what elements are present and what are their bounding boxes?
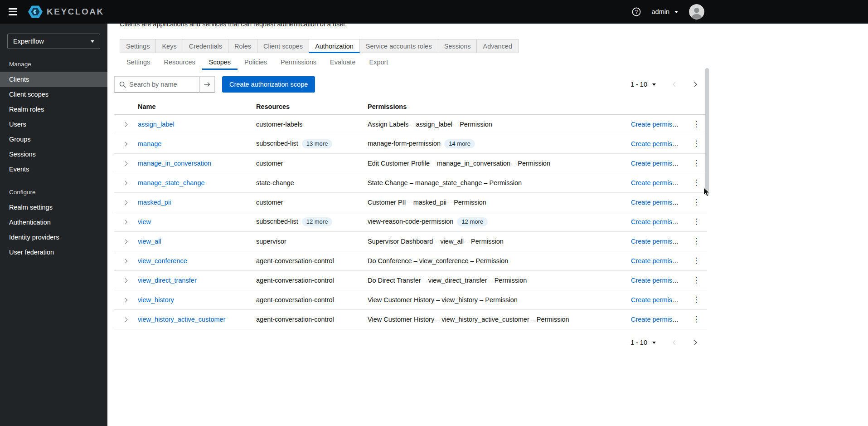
scope-name-link[interactable]: view_history <box>138 296 174 304</box>
sidebar-item-authentication[interactable]: Authentication <box>0 215 107 230</box>
help-icon[interactable]: ? <box>632 7 641 16</box>
chevron-right-icon <box>123 161 128 166</box>
tab-service-accounts-roles[interactable]: Service accounts roles <box>360 39 438 53</box>
subtab-scopes[interactable]: Scopes <box>202 55 238 70</box>
sidebar-item-users[interactable]: Users <box>0 117 107 132</box>
row-kebab-menu[interactable]: ⋮ <box>685 115 707 134</box>
row-kebab-menu[interactable]: ⋮ <box>685 310 707 329</box>
subtab-resources[interactable]: Resources <box>157 55 202 70</box>
sidebar-item-realm-roles[interactable]: Realm roles <box>0 102 107 117</box>
create-permission-link[interactable]: Create permission <box>631 257 684 264</box>
scope-name-link[interactable]: manage_state_change <box>138 179 205 186</box>
sidebar-item-clients[interactable]: Clients <box>0 72 107 87</box>
row-expand-button[interactable] <box>114 154 138 173</box>
sidebar-item-groups[interactable]: Groups <box>0 132 107 147</box>
tab-credentials[interactable]: Credentials <box>183 39 228 53</box>
row-kebab-menu[interactable]: ⋮ <box>685 232 707 251</box>
row-expand-button[interactable] <box>114 271 138 290</box>
create-permission-link[interactable]: Create permission <box>631 296 684 304</box>
row-expand-button[interactable] <box>114 134 138 153</box>
sidebar-item-events[interactable]: Events <box>0 162 107 177</box>
scope-name-link[interactable]: view <box>138 218 151 225</box>
row-kebab-menu[interactable]: ⋮ <box>685 134 707 153</box>
sidebar-item-realm-settings[interactable]: Realm settings <box>0 200 107 215</box>
subtab-settings[interactable]: Settings <box>120 55 157 70</box>
row-expand-button[interactable] <box>114 310 138 329</box>
create-permission-link[interactable]: Create permission <box>631 238 684 245</box>
resource-label: agent-conversation-control <box>256 316 334 323</box>
search-group <box>114 76 215 93</box>
avatar[interactable] <box>689 4 704 20</box>
pagination-prev-button[interactable] <box>669 338 679 348</box>
subtab-evaluate[interactable]: Evaluate <box>323 55 362 70</box>
pagination-range-label: 1 - 10 <box>630 339 647 346</box>
search-input[interactable] <box>115 77 199 92</box>
row-expand-button[interactable] <box>114 193 138 212</box>
resource-label: agent-conversation-control <box>256 257 334 264</box>
scope-name-link[interactable]: view_conference <box>138 257 187 264</box>
nav-toggle-button[interactable] <box>3 0 23 24</box>
subtab-policies[interactable]: Policies <box>238 55 274 70</box>
tab-settings[interactable]: Settings <box>120 39 156 53</box>
row-kebab-menu[interactable]: ⋮ <box>685 193 707 212</box>
tab-authorization[interactable]: Authorization <box>309 39 360 53</box>
tab-roles[interactable]: Roles <box>228 39 257 53</box>
permission-cell: Do Conference – view_conference – Permis… <box>368 257 631 264</box>
row-kebab-menu[interactable]: ⋮ <box>685 173 707 192</box>
sidebar-item-identity-providers[interactable]: Identity providers <box>0 230 107 245</box>
row-expand-button[interactable] <box>114 212 138 231</box>
sidebar-item-sessions[interactable]: Sessions <box>0 147 107 162</box>
row-kebab-menu[interactable]: ⋮ <box>685 212 707 231</box>
scope-name-link[interactable]: view_all <box>138 238 161 245</box>
row-kebab-menu[interactable]: ⋮ <box>685 271 707 290</box>
permission-label: manage-form-permission <box>368 140 441 147</box>
row-expand-button[interactable] <box>114 290 138 309</box>
create-permission-link[interactable]: Create permission <box>631 316 684 323</box>
realm-selector[interactable]: Expertflow <box>7 34 100 49</box>
tab-client-scopes[interactable]: Client scopes <box>257 39 309 53</box>
pagination-next-button[interactable] <box>690 338 700 348</box>
create-permission-link[interactable]: Create permission <box>631 179 684 186</box>
sidebar-item-user-federation[interactable]: User federation <box>0 245 107 260</box>
row-kebab-menu[interactable]: ⋮ <box>685 154 707 173</box>
scope-name-link[interactable]: view_direct_transfer <box>138 277 197 284</box>
row-expand-button[interactable] <box>114 251 138 270</box>
create-permission-link[interactable]: Create permission <box>631 160 684 167</box>
row-kebab-menu[interactable]: ⋮ <box>685 251 707 270</box>
user-menu[interactable]: admin <box>652 8 679 15</box>
search-submit-button[interactable] <box>199 76 215 93</box>
create-authorization-scope-button[interactable]: Create authorization scope <box>222 76 315 93</box>
tab-advanced[interactable]: Advanced <box>477 39 519 53</box>
row-kebab-menu[interactable]: ⋮ <box>685 290 707 309</box>
resource-cell: supervisor <box>256 238 368 245</box>
pagination-range-dropdown[interactable]: 1 - 10 <box>628 81 659 88</box>
row-expand-button[interactable] <box>114 173 138 192</box>
angle-left-icon <box>671 339 678 346</box>
scope-name-link[interactable]: manage_in_conversation <box>138 160 211 167</box>
row-expand-button[interactable] <box>114 232 138 251</box>
scope-name-link[interactable]: manage <box>138 140 161 147</box>
pagination-prev-button[interactable] <box>669 79 679 89</box>
scope-name-link[interactable]: assign_label <box>138 121 175 128</box>
tab-keys[interactable]: Keys <box>156 39 183 53</box>
subtab-permissions[interactable]: Permissions <box>274 55 323 70</box>
create-permission-link[interactable]: Create permission <box>631 277 684 284</box>
scope-name-link[interactable]: view_history_active_customer <box>138 316 225 323</box>
pagination-next-button[interactable] <box>690 79 700 89</box>
page-intro-clip: Clients are applications and services th… <box>114 24 707 39</box>
sidebar-section: Manage ClientsClient scopesRealm rolesUs… <box>0 49 107 177</box>
resource-label: customer <box>256 199 283 206</box>
row-expand-button[interactable] <box>114 115 138 134</box>
table-row: manage_state_change state-change State C… <box>114 173 707 193</box>
subtab-export[interactable]: Export <box>362 55 395 70</box>
create-permission-link[interactable]: Create permission <box>631 218 684 225</box>
content-scrollbar-thumb[interactable] <box>705 68 709 196</box>
scope-name-link[interactable]: masked_pii <box>138 199 171 206</box>
create-permission-link[interactable]: Create permission <box>631 199 684 206</box>
chevron-right-icon <box>123 298 128 302</box>
pagination-range-dropdown[interactable]: 1 - 10 <box>628 339 659 346</box>
create-permission-link[interactable]: Create permission <box>631 140 684 147</box>
tab-sessions[interactable]: Sessions <box>438 39 477 53</box>
create-permission-link[interactable]: Create permission <box>631 121 684 128</box>
sidebar-item-client-scopes[interactable]: Client scopes <box>0 87 107 102</box>
